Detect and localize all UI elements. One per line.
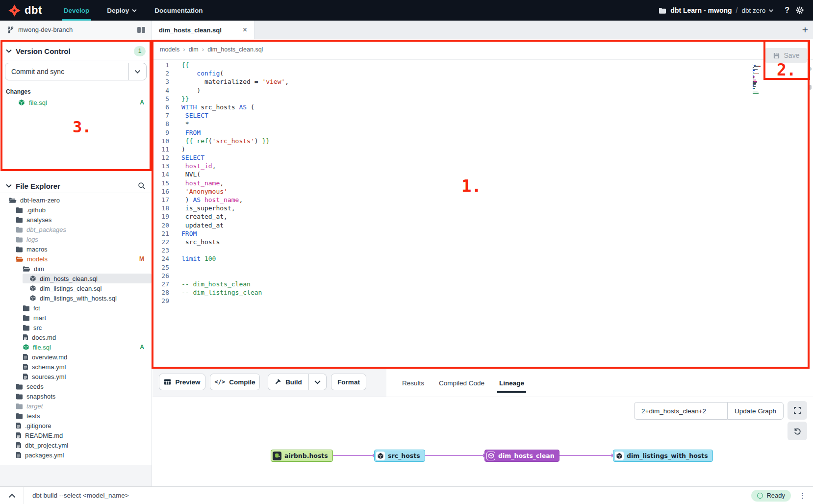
format-button[interactable]: Format (331, 374, 366, 390)
dbt-logo[interactable]: dbt (0, 4, 55, 17)
tree-item-snapshots[interactable]: snapshots (0, 391, 152, 401)
breadcrumb-file[interactable]: dim_hosts_clean.sql (207, 46, 263, 53)
kebab-menu-icon[interactable]: ⋮ (799, 491, 806, 500)
tree-item-src[interactable]: src (0, 323, 152, 332)
tree-item-dim-listings-with-hosts-sql[interactable]: dim_listings_with_hosts.sql (0, 293, 152, 303)
tree-item-tests[interactable]: tests (0, 411, 152, 421)
tree-item-models[interactable]: modelsM (0, 254, 152, 264)
tree-item-dim-hosts-clean-sql[interactable]: dim_hosts_clean.sql (23, 274, 152, 283)
new-tab-plus-icon[interactable]: + (802, 24, 808, 36)
tree-item-dbt-learn-zero[interactable]: dbt-learn-zero (0, 195, 152, 205)
tab-results[interactable]: Results (402, 369, 424, 397)
tree-item-overview-md[interactable]: overview.md (0, 352, 152, 362)
tree-item-schema-yml[interactable]: schema.yml (0, 362, 152, 372)
update-graph-button[interactable]: Update Graph (727, 402, 784, 420)
tree-item-file-sql[interactable]: file.sqlA (0, 342, 152, 352)
line-number: 13 (152, 162, 169, 170)
tree-item-fct[interactable]: fct (0, 303, 152, 313)
minimap[interactable] (753, 64, 764, 95)
tree-item-sources-yml[interactable]: sources.yml (0, 372, 152, 381)
tree-item-seeds[interactable]: seeds (0, 381, 152, 391)
lineage-node-dim-hosts-clean[interactable]: dim_hosts_clean (484, 450, 559, 462)
editor-tab-bar: dim_hosts_clean.sql × + (152, 21, 813, 39)
search-icon[interactable] (138, 182, 146, 190)
tab-dim-hosts-clean[interactable]: dim_hosts_clean.sql × (152, 21, 254, 39)
tree-item-dbt-project-yml[interactable]: dbt_project.yml (0, 440, 152, 450)
commit-options-dropdown[interactable] (128, 63, 146, 80)
chevron-up-icon[interactable] (0, 493, 24, 498)
sidebar: Version Control 1 Commit and sync Change… (0, 39, 152, 486)
scrollbar-mark[interactable] (809, 85, 812, 90)
tree-item-label: dim_listings_clean.sql (40, 285, 102, 292)
tree-item-target[interactable]: target (0, 401, 152, 411)
line-number: 14 (152, 170, 169, 178)
build-options-dropdown[interactable] (309, 374, 327, 390)
tree-item--gitignore[interactable]: .gitignore (0, 421, 152, 430)
version-control-header[interactable]: Version Control 1 (0, 41, 152, 61)
tree-item-dbt-packages[interactable]: dbt_packages (0, 225, 152, 234)
tree-item-macros[interactable]: macros (0, 244, 152, 254)
tree-item-readme-md[interactable]: README.md (0, 430, 152, 440)
commit-and-sync-label[interactable]: Commit and sync (5, 63, 128, 80)
project-selector[interactable]: dbt zero (741, 7, 774, 14)
nav-item-documentation[interactable]: Documentation (146, 0, 211, 21)
dbt-logo-icon (8, 4, 21, 17)
file-icon (16, 452, 22, 458)
code-editor: models › dim › dim_hosts_clean.sql 1{{2 … (152, 39, 813, 369)
changed-file-row[interactable]: file.sql A (0, 97, 152, 108)
lineage-node-dim-listings-with-hosts[interactable]: dim_listings_with_hosts (613, 450, 713, 462)
tree-item-label: dbt_packages (26, 226, 66, 233)
branch-name[interactable]: mwong-dev-branch (18, 26, 133, 33)
compile-button[interactable]: </> Compile (210, 374, 260, 390)
tree-item-analyses[interactable]: analyses (0, 215, 152, 225)
tree-item-dim-listings-clean-sql[interactable]: dim_listings_clean.sql (0, 283, 152, 293)
help-icon[interactable]: ? (785, 6, 789, 15)
hammer-icon (275, 378, 281, 385)
code-line-11: 11) (152, 145, 801, 153)
git-branch-icon (7, 26, 14, 34)
tree-item--github[interactable]: .github (0, 205, 152, 215)
nav-item-develop[interactable]: Develop (55, 0, 99, 21)
code-line-2: 2 config( (152, 69, 801, 77)
status-bar: dbt build --select <model_name> Ready ⋮ (0, 486, 813, 504)
build-button[interactable]: Build (268, 374, 309, 390)
tree-item-mart[interactable]: mart (0, 313, 152, 323)
breadcrumb-models[interactable]: models (160, 46, 179, 53)
reset-view-icon[interactable] (788, 422, 807, 440)
nav-item-deploy[interactable]: Deploy (98, 0, 146, 21)
preview-button[interactable]: Preview (159, 374, 205, 390)
gear-icon[interactable] (795, 6, 804, 15)
file-explorer-title: File Explorer (16, 182, 134, 190)
lineage-node-airbnb-hosts[interactable]: airbnb.hosts (271, 450, 333, 462)
model-cube-icon (29, 285, 36, 292)
fullscreen-expand-icon[interactable] (788, 401, 807, 420)
tree-item-label: target (26, 403, 43, 410)
tree-item-logs[interactable]: logs (0, 234, 152, 244)
tree-item-label: src (33, 324, 42, 331)
tree-item-label: seeds (26, 383, 44, 390)
scrollbar-mark[interactable] (809, 67, 812, 71)
changes-count-badge: 1 (134, 46, 146, 56)
code-area[interactable]: 1{{2 config(3 materialized = 'view',4 )5… (152, 61, 801, 305)
account-switcher[interactable]: dbt Learn - mwong / dbt zero (659, 6, 774, 14)
docs-book-icon[interactable] (137, 26, 146, 33)
command-input[interactable]: dbt build --select <model_name> (24, 492, 129, 499)
line-number: 28 (152, 288, 169, 297)
chevron-down-icon (6, 49, 12, 53)
line-number: 18 (152, 204, 169, 212)
folder-icon (23, 305, 30, 311)
save-button[interactable]: Save (765, 48, 807, 63)
lineage-edge-arrow (553, 455, 612, 456)
breadcrumb-dim[interactable]: dim (189, 46, 199, 53)
dbt-cloud-ide: dbt Develop Deploy Documentation dbt Lea… (0, 0, 813, 504)
tree-item-dim[interactable]: dim (0, 264, 152, 274)
close-icon[interactable]: × (243, 26, 247, 34)
tree-item-packages-yml[interactable]: packages.yml (0, 450, 152, 460)
line-number: 2 (152, 69, 169, 77)
tree-item-docs-md[interactable]: docs.md (0, 332, 152, 342)
lineage-node-src-hosts[interactable]: src_hosts (374, 450, 425, 462)
code-line-7: 7 SELECT (152, 111, 801, 120)
tab-lineage[interactable]: Lineage (499, 369, 524, 397)
tab-compiled-code[interactable]: Compiled Code (439, 369, 484, 397)
lineage-selector-input[interactable] (634, 402, 727, 420)
